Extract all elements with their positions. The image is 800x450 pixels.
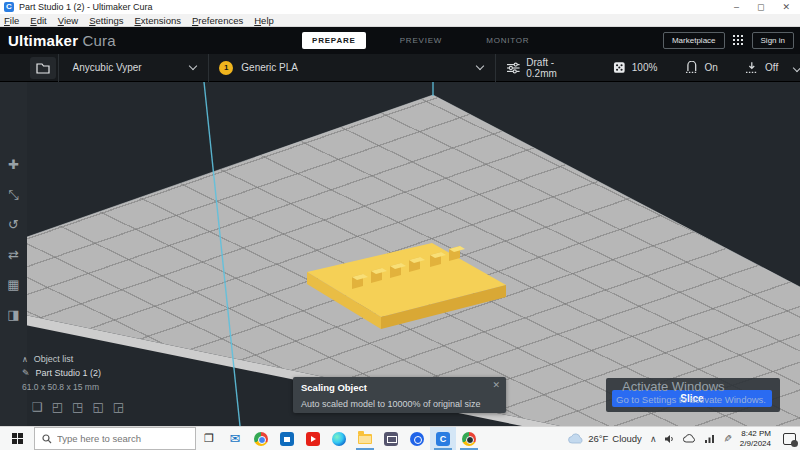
viewport-3d[interactable]: ✚ ⤡ ↺ ⇄ ▦ ◨ ∧ Object list ✎ Part Studio … bbox=[0, 82, 800, 426]
marketplace-button[interactable]: Marketplace bbox=[663, 32, 725, 49]
adhesion-icon bbox=[745, 61, 759, 74]
network-icon[interactable] bbox=[704, 434, 715, 443]
brand-cura: Cura bbox=[83, 32, 116, 49]
taskbar-app-monitor[interactable] bbox=[378, 427, 404, 450]
profile-label: Draft - 0.2mm bbox=[526, 57, 585, 79]
open-file-button[interactable] bbox=[30, 57, 56, 79]
chevron-down-icon bbox=[793, 63, 800, 71]
notification-center-icon[interactable] bbox=[783, 433, 796, 445]
toast-message: Auto scaled model to 10000% of original … bbox=[301, 399, 498, 409]
tab-monitor[interactable]: MONITOR bbox=[476, 32, 539, 49]
taskbar-chrome[interactable] bbox=[248, 427, 274, 450]
taskbar-mail[interactable]: ✉ bbox=[222, 427, 248, 450]
camera-view-buttons: ❑ ◰ ◳ ◱ ◲ bbox=[32, 400, 124, 414]
weather-temp: 26°F bbox=[588, 433, 608, 444]
cloud-icon bbox=[568, 433, 584, 444]
task-view-icon: ❐ bbox=[204, 432, 214, 445]
model-name: Part Studio 1 (2) bbox=[36, 368, 102, 378]
support-blocker-button[interactable]: ◨ bbox=[4, 306, 24, 324]
menu-preferences[interactable]: Preferences bbox=[192, 15, 243, 26]
view-right-button[interactable]: ◲ bbox=[113, 400, 124, 414]
view-left-button[interactable]: ◱ bbox=[92, 400, 103, 414]
mail-icon: ✉ bbox=[230, 431, 241, 446]
pen-icon[interactable]: ✎ bbox=[722, 434, 733, 442]
taskbar-file-explorer[interactable] bbox=[352, 427, 378, 450]
taskbar-search[interactable] bbox=[34, 427, 196, 450]
taskbar-edge[interactable] bbox=[326, 427, 352, 450]
windows-taskbar: ❐ ✉ C 26°F Cloudy ∧ ✎ 8:42 PM 2/9/2024 bbox=[0, 426, 800, 450]
minimize-button[interactable]: – bbox=[734, 2, 739, 12]
volume-icon[interactable] bbox=[664, 434, 675, 444]
view-top-button[interactable]: ◳ bbox=[72, 400, 83, 414]
model-nameplate[interactable] bbox=[307, 243, 506, 329]
taskbar-clock[interactable]: 8:42 PM 2/9/2024 bbox=[740, 429, 771, 449]
taskbar-store[interactable] bbox=[274, 427, 300, 450]
youtube-icon bbox=[306, 432, 320, 446]
material-name: Generic PLA bbox=[241, 62, 298, 73]
taskbar-app-blue[interactable] bbox=[404, 427, 430, 450]
per-model-settings-button[interactable]: ▦ bbox=[4, 276, 24, 294]
window-title: Part Studio 1 (2) - Ultimaker Cura bbox=[19, 2, 153, 12]
model-dimensions: 61.0 x 50.8 x 15 mm bbox=[22, 382, 101, 392]
mirror-tool-button[interactable]: ⇄ bbox=[4, 246, 24, 264]
start-button[interactable] bbox=[0, 427, 34, 450]
tab-prepare[interactable]: PREPARE bbox=[302, 32, 366, 49]
tab-preview[interactable]: PREVIEW bbox=[390, 32, 453, 49]
rotate-tool-button[interactable]: ↺ bbox=[4, 216, 24, 234]
adhesion-value: Off bbox=[765, 62, 778, 73]
move-tool-button[interactable]: ✚ bbox=[4, 156, 24, 174]
stage-tabs: PREPARE PREVIEW MONITOR bbox=[302, 27, 539, 54]
menu-help[interactable]: Help bbox=[254, 15, 274, 26]
object-list-item[interactable]: ✎ Part Studio 1 (2) bbox=[22, 368, 101, 378]
chrome-icon bbox=[254, 432, 268, 446]
search-input[interactable] bbox=[57, 433, 177, 444]
toast-close-icon[interactable]: ✕ bbox=[492, 380, 500, 390]
menu-settings[interactable]: Settings bbox=[89, 15, 123, 26]
weather-condition: Cloudy bbox=[612, 433, 642, 444]
infill-icon bbox=[613, 61, 626, 74]
taskbar-cura[interactable]: C bbox=[430, 427, 456, 450]
brand-logo: Ultimaker Cura bbox=[8, 32, 116, 49]
menu-extensions[interactable]: Extensions bbox=[135, 15, 181, 26]
activate-windows-watermark-sub: Go to Settings to activate Windows. bbox=[616, 394, 766, 405]
y-axis-line bbox=[204, 82, 240, 426]
task-view-button[interactable]: ❐ bbox=[196, 427, 222, 450]
cura-window: C Part Studio 1 (2) - Ultimaker Cura – ◻… bbox=[0, 0, 800, 450]
printer-selector[interactable]: Anycubic Vyper bbox=[59, 54, 209, 82]
scale-tool-button[interactable]: ⤡ bbox=[4, 186, 24, 204]
toast-title: Scaling Object bbox=[301, 382, 498, 393]
material-selector[interactable]: 1 Generic PLA bbox=[209, 54, 494, 82]
applications-grid-icon[interactable] bbox=[733, 35, 744, 46]
maximize-button[interactable]: ◻ bbox=[757, 2, 764, 12]
view-front-button[interactable]: ◰ bbox=[52, 400, 63, 414]
taskbar-chrome-profile[interactable] bbox=[456, 427, 482, 450]
view-3d-button[interactable]: ❑ bbox=[32, 400, 43, 414]
menubar: File Edit View Settings Extensions Prefe… bbox=[0, 14, 800, 27]
object-list-header[interactable]: ∧ Object list bbox=[22, 354, 101, 364]
support-icon bbox=[685, 61, 699, 74]
close-button[interactable]: ✕ bbox=[782, 2, 790, 12]
print-settings-selector[interactable]: Draft - 0.2mm 100% On Off bbox=[496, 57, 800, 79]
slice-panel: Slice Activate Windows Go to Settings to… bbox=[606, 378, 780, 412]
collapse-caret-icon: ∧ bbox=[22, 355, 28, 364]
support-value: On bbox=[705, 62, 718, 73]
activate-windows-watermark: Activate Windows bbox=[622, 379, 725, 394]
windows-logo-icon bbox=[12, 433, 23, 444]
app-header: Ultimaker Cura PREPARE PREVIEW MONITOR M… bbox=[0, 27, 800, 54]
file-explorer-icon bbox=[358, 434, 372, 444]
clock-time: 8:42 PM bbox=[740, 429, 771, 439]
taskbar-youtube[interactable] bbox=[300, 427, 326, 450]
menu-view[interactable]: View bbox=[58, 15, 78, 26]
menu-edit[interactable]: Edit bbox=[30, 15, 46, 26]
onedrive-icon[interactable] bbox=[683, 434, 696, 443]
menu-file[interactable]: File bbox=[4, 15, 19, 26]
weather-widget[interactable]: 26°F Cloudy bbox=[568, 433, 642, 444]
scaling-toast: Scaling Object ✕ Auto scaled model to 10… bbox=[293, 377, 506, 413]
sign-in-button[interactable]: Sign in bbox=[752, 32, 794, 49]
edit-pencil-icon: ✎ bbox=[22, 368, 30, 378]
edge-icon bbox=[332, 432, 346, 446]
store-icon bbox=[280, 432, 294, 446]
tray-expand-icon[interactable]: ∧ bbox=[650, 434, 657, 444]
config-toolbar: Anycubic Vyper 1 Generic PLA Draft - 0.2… bbox=[0, 54, 800, 82]
object-list-panel: ∧ Object list ✎ Part Studio 1 (2) 61.0 x… bbox=[22, 354, 101, 392]
